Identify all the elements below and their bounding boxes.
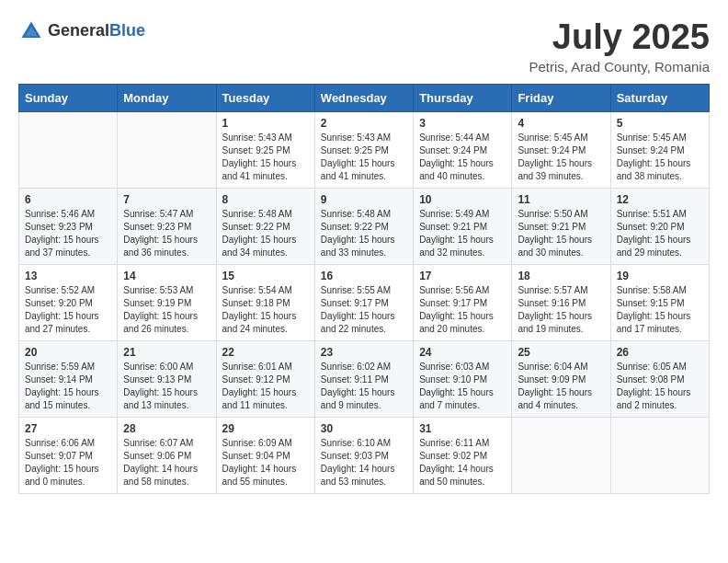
calendar-week-row: 27Sunrise: 6:06 AMSunset: 9:07 PMDayligh… (19, 417, 710, 493)
cell-content: Sunrise: 6:10 AMSunset: 9:03 PMDaylight:… (321, 437, 407, 488)
day-number: 11 (518, 193, 604, 206)
logo-icon (18, 18, 44, 44)
table-row (610, 417, 709, 493)
cell-content: Sunrise: 5:54 AMSunset: 9:18 PMDaylight:… (222, 284, 309, 336)
table-row: 28Sunrise: 6:07 AMSunset: 9:06 PMDayligh… (118, 417, 216, 493)
table-row: 25Sunrise: 6:04 AMSunset: 9:09 PMDayligh… (512, 340, 610, 417)
day-number: 25 (518, 346, 604, 359)
table-row (118, 111, 216, 188)
table-row: 3Sunrise: 5:44 AMSunset: 9:24 PMDaylight… (414, 111, 512, 188)
table-row: 27Sunrise: 6:06 AMSunset: 9:07 PMDayligh… (19, 417, 118, 493)
table-row: 22Sunrise: 6:01 AMSunset: 9:12 PMDayligh… (216, 340, 314, 417)
day-number: 8 (222, 193, 309, 206)
table-row (512, 417, 610, 493)
cell-content: Sunrise: 5:58 AMSunset: 9:15 PMDaylight:… (617, 284, 703, 336)
calendar-week-row: 13Sunrise: 5:52 AMSunset: 9:20 PMDayligh… (19, 264, 710, 340)
table-row: 4Sunrise: 5:45 AMSunset: 9:24 PMDaylight… (512, 111, 610, 188)
col-monday: Monday (118, 84, 216, 111)
table-row: 23Sunrise: 6:02 AMSunset: 9:11 PMDayligh… (314, 340, 413, 417)
table-row (19, 111, 118, 188)
day-number: 21 (123, 346, 210, 359)
cell-content: Sunrise: 5:46 AMSunset: 9:23 PMDaylight:… (25, 208, 111, 259)
day-number: 6 (25, 193, 111, 206)
table-row: 1Sunrise: 5:43 AMSunset: 9:25 PMDaylight… (216, 111, 314, 188)
cell-content: Sunrise: 5:44 AMSunset: 9:24 PMDaylight:… (419, 132, 506, 183)
day-number: 19 (617, 270, 703, 282)
cell-content: Sunrise: 5:51 AMSunset: 9:20 PMDaylight:… (617, 208, 703, 259)
col-wednesday: Wednesday (314, 84, 413, 111)
cell-content: Sunrise: 5:57 AMSunset: 9:16 PMDaylight:… (518, 284, 604, 336)
cell-content: Sunrise: 5:48 AMSunset: 9:22 PMDaylight:… (321, 208, 407, 259)
cell-content: Sunrise: 6:05 AMSunset: 9:08 PMDaylight:… (617, 361, 703, 412)
day-number: 23 (321, 346, 407, 359)
day-number: 26 (617, 346, 703, 359)
table-row: 21Sunrise: 6:00 AMSunset: 9:13 PMDayligh… (118, 340, 216, 417)
col-thursday: Thursday (414, 84, 512, 111)
table-row: 24Sunrise: 6:03 AMSunset: 9:10 PMDayligh… (414, 340, 512, 417)
day-number: 18 (518, 270, 604, 282)
cell-content: Sunrise: 5:45 AMSunset: 9:24 PMDaylight:… (617, 132, 703, 183)
calendar-week-row: 6Sunrise: 5:46 AMSunset: 9:23 PMDaylight… (19, 188, 710, 264)
table-row: 14Sunrise: 5:53 AMSunset: 9:19 PMDayligh… (118, 264, 216, 340)
day-number: 3 (419, 117, 506, 130)
table-row: 5Sunrise: 5:45 AMSunset: 9:24 PMDaylight… (610, 111, 709, 188)
table-row: 26Sunrise: 6:05 AMSunset: 9:08 PMDayligh… (610, 340, 709, 417)
cell-content: Sunrise: 5:43 AMSunset: 9:25 PMDaylight:… (321, 132, 407, 183)
table-row: 31Sunrise: 6:11 AMSunset: 9:02 PMDayligh… (414, 417, 512, 493)
day-number: 1 (222, 117, 309, 130)
cell-content: Sunrise: 5:43 AMSunset: 9:25 PMDaylight:… (222, 132, 309, 183)
day-number: 27 (25, 422, 111, 435)
cell-content: Sunrise: 5:50 AMSunset: 9:21 PMDaylight:… (518, 208, 604, 259)
day-number: 17 (419, 270, 506, 282)
table-row: 17Sunrise: 5:56 AMSunset: 9:17 PMDayligh… (414, 264, 512, 340)
day-number: 10 (419, 193, 506, 206)
col-sunday: Sunday (19, 84, 118, 111)
table-row: 20Sunrise: 5:59 AMSunset: 9:14 PMDayligh… (19, 340, 118, 417)
day-number: 5 (617, 117, 703, 130)
logo: General Blue (18, 18, 145, 44)
cell-content: Sunrise: 5:45 AMSunset: 9:24 PMDaylight:… (518, 132, 604, 183)
col-tuesday: Tuesday (216, 84, 314, 111)
day-number: 29 (222, 422, 309, 435)
cell-content: Sunrise: 5:55 AMSunset: 9:17 PMDaylight:… (321, 284, 407, 336)
table-row: 18Sunrise: 5:57 AMSunset: 9:16 PMDayligh… (512, 264, 610, 340)
location-title: Petris, Arad County, Romania (529, 59, 710, 75)
table-row: 15Sunrise: 5:54 AMSunset: 9:18 PMDayligh… (216, 264, 314, 340)
day-number: 9 (321, 193, 407, 206)
table-row: 6Sunrise: 5:46 AMSunset: 9:23 PMDaylight… (19, 188, 118, 264)
table-row: 12Sunrise: 5:51 AMSunset: 9:20 PMDayligh… (610, 188, 709, 264)
day-number: 2 (321, 117, 407, 130)
cell-content: Sunrise: 6:09 AMSunset: 9:04 PMDaylight:… (222, 437, 309, 488)
cell-content: Sunrise: 6:07 AMSunset: 9:06 PMDaylight:… (123, 437, 210, 488)
cell-content: Sunrise: 6:01 AMSunset: 9:12 PMDaylight:… (222, 361, 309, 412)
col-friday: Friday (512, 84, 610, 111)
cell-content: Sunrise: 6:02 AMSunset: 9:11 PMDaylight:… (321, 361, 407, 412)
cell-content: Sunrise: 5:47 AMSunset: 9:23 PMDaylight:… (123, 208, 210, 259)
cell-content: Sunrise: 5:56 AMSunset: 9:17 PMDaylight:… (419, 284, 506, 336)
cell-content: Sunrise: 5:52 AMSunset: 9:20 PMDaylight:… (25, 284, 111, 336)
day-number: 31 (419, 422, 506, 435)
day-number: 15 (222, 270, 309, 282)
table-row: 10Sunrise: 5:49 AMSunset: 9:21 PMDayligh… (414, 188, 512, 264)
cell-content: Sunrise: 5:59 AMSunset: 9:14 PMDaylight:… (25, 361, 111, 412)
table-row: 30Sunrise: 6:10 AMSunset: 9:03 PMDayligh… (314, 417, 413, 493)
table-row: 13Sunrise: 5:52 AMSunset: 9:20 PMDayligh… (19, 264, 118, 340)
cell-content: Sunrise: 5:53 AMSunset: 9:19 PMDaylight:… (123, 284, 210, 336)
day-number: 30 (321, 422, 407, 435)
day-number: 4 (518, 117, 604, 130)
table-row: 2Sunrise: 5:43 AMSunset: 9:25 PMDaylight… (314, 111, 413, 188)
table-row: 16Sunrise: 5:55 AMSunset: 9:17 PMDayligh… (314, 264, 413, 340)
cell-content: Sunrise: 6:06 AMSunset: 9:07 PMDaylight:… (25, 437, 111, 488)
cell-content: Sunrise: 6:11 AMSunset: 9:02 PMDaylight:… (419, 437, 506, 488)
title-block: July 2025 Petris, Arad County, Romania (529, 18, 710, 75)
table-row: 8Sunrise: 5:48 AMSunset: 9:22 PMDaylight… (216, 188, 314, 264)
day-number: 16 (321, 270, 407, 282)
logo-text: General Blue (48, 22, 145, 40)
logo-general: General (48, 22, 109, 40)
cell-content: Sunrise: 5:48 AMSunset: 9:22 PMDaylight:… (222, 208, 309, 259)
table-row: 7Sunrise: 5:47 AMSunset: 9:23 PMDaylight… (118, 188, 216, 264)
calendar-header-row: Sunday Monday Tuesday Wednesday Thursday… (19, 84, 710, 111)
day-number: 22 (222, 346, 309, 359)
day-number: 24 (419, 346, 506, 359)
day-number: 13 (25, 270, 111, 282)
